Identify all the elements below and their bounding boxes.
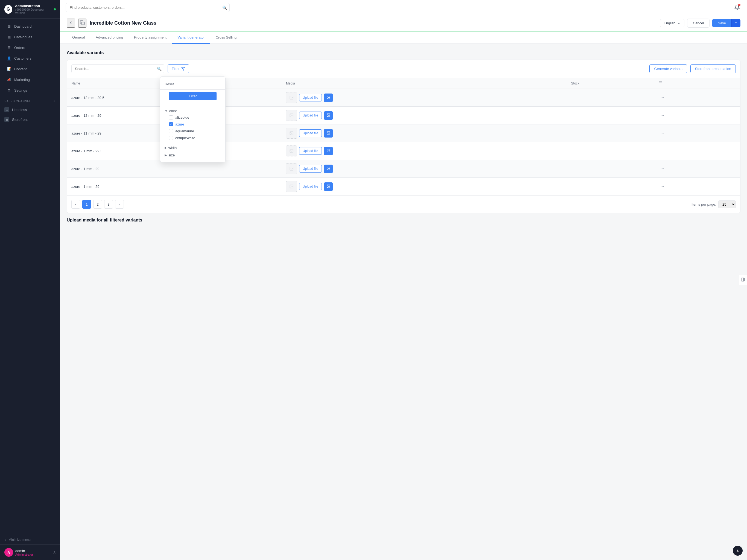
filter-icon	[181, 67, 185, 71]
upload-file-button[interactable]: Upload file	[299, 129, 322, 137]
page-button-1[interactable]: 1	[82, 200, 91, 209]
svg-point-26	[328, 168, 328, 168]
aliceblue-checkbox[interactable]	[169, 116, 173, 120]
filter-button[interactable]: Filter	[168, 64, 189, 73]
media-library-button[interactable]	[324, 94, 333, 102]
user-info: admin Administrator	[15, 549, 33, 556]
sidebar-item-catalogues[interactable]: Catalogues	[2, 32, 58, 42]
topbar: 🔍	[60, 0, 747, 15]
row-menu-button[interactable]: ···	[659, 183, 666, 190]
media-library-button[interactable]	[324, 164, 333, 173]
media-library-button[interactable]	[324, 129, 333, 137]
page-button-3[interactable]: 3	[104, 200, 113, 209]
row-menu-button[interactable]: ···	[659, 130, 666, 136]
width-group-header[interactable]: ▶ width	[164, 145, 221, 151]
sidebar-item-label: Content	[14, 67, 27, 71]
user-menu-toggle[interactable]: ∧	[53, 550, 56, 555]
collapse-icon: ▼	[164, 109, 168, 113]
right-sidebar-toggle[interactable]	[739, 275, 747, 285]
svg-point-8	[291, 97, 291, 97]
minimize-menu-button[interactable]: ○ Minimize menu	[0, 535, 60, 544]
tab-general[interactable]: General	[67, 31, 90, 44]
variants-search-input[interactable]	[71, 64, 164, 73]
upload-file-button[interactable]: Upload file	[299, 183, 322, 190]
pagination-next[interactable]: ›	[115, 200, 124, 209]
col-stock: Stock	[567, 78, 654, 89]
sidebar-item-storefront[interactable]: ▦ Storefront	[0, 114, 60, 124]
row-menu-button[interactable]: ···	[659, 165, 666, 172]
filter-option-azure[interactable]: ✓ azure	[164, 121, 221, 128]
tab-advanced-pricing[interactable]: Advanced pricing	[90, 31, 129, 44]
sidebar-item-dashboard[interactable]: Dashboard	[2, 21, 58, 31]
row-menu-button[interactable]: ···	[659, 112, 666, 119]
catalogue-icon	[6, 34, 11, 40]
variants-section-title: Available variants	[67, 50, 741, 55]
add-channel-icon[interactable]: ＋	[53, 99, 56, 103]
azure-checkbox[interactable]: ✓	[169, 122, 173, 126]
sidebar-item-settings[interactable]: Settings	[2, 85, 58, 96]
variant-menu: ···	[654, 160, 741, 178]
sidebar-item-headless[interactable]: ⬡ Headless	[0, 105, 60, 114]
save-dropdown-button[interactable]	[731, 19, 741, 27]
row-menu-button[interactable]: ···	[659, 94, 666, 101]
upload-file-button[interactable]: Upload file	[299, 165, 322, 173]
azure-label: azure	[175, 122, 184, 126]
row-menu-button[interactable]: ···	[659, 147, 666, 154]
copy-button[interactable]	[78, 19, 86, 28]
filter-option-aquamarine[interactable]: aquamarine	[164, 128, 221, 134]
variant-name: azure - 1 mm - 29	[67, 178, 282, 196]
items-per-page: Items per page: 25 50 100	[692, 200, 736, 208]
upload-file-button[interactable]: Upload file	[299, 111, 322, 119]
variant-media: Upload file	[282, 89, 567, 107]
app-name: Administration	[15, 4, 51, 8]
tab-cross-selling[interactable]: Cross Selling	[210, 31, 242, 44]
sidebar-item-content[interactable]: Content	[2, 64, 58, 74]
filter-label: Filter	[172, 67, 180, 71]
variant-media: Upload file	[282, 160, 567, 178]
col-media: Media	[282, 78, 567, 89]
tab-variant-generator[interactable]: Variant generator	[172, 31, 210, 44]
filter-apply-button[interactable]: Filter	[169, 92, 216, 100]
color-group-header[interactable]: ▼ color	[164, 108, 221, 114]
tab-property-assignment[interactable]: Property assignment	[129, 31, 172, 44]
variant-stock	[567, 142, 654, 160]
app-logo: G	[4, 5, 12, 14]
filter-group-color: ▼ color aliceblue ✓ azure	[160, 105, 225, 144]
sidebar-item-marketing[interactable]: Marketing	[2, 74, 58, 85]
pagination-prev[interactable]: ‹	[71, 200, 80, 209]
aquamarine-checkbox[interactable]	[169, 129, 173, 133]
search-input[interactable]	[66, 3, 230, 12]
sidebar-item-customers[interactable]: Customers	[2, 53, 58, 63]
media-library-button[interactable]	[324, 111, 333, 120]
antiquewhite-checkbox[interactable]	[169, 136, 173, 140]
upload-file-button[interactable]: Upload file	[299, 147, 322, 155]
page-button-2[interactable]: 2	[93, 200, 102, 209]
save-button[interactable]: Save	[712, 19, 731, 27]
aquamarine-label: aquamarine	[175, 129, 194, 133]
headless-icon-shape: ⬡	[6, 108, 8, 111]
save-button-group: Save	[712, 19, 741, 27]
table-row: azure - 1 mm - 29 Upload file	[67, 178, 740, 196]
media-library-button[interactable]	[324, 182, 333, 191]
generate-variants-button[interactable]: Generate variants	[649, 64, 687, 73]
media-library-button[interactable]	[324, 147, 333, 155]
language-select[interactable]: English	[660, 19, 685, 27]
filter-reset-button[interactable]: Reset	[164, 82, 174, 86]
size-group-header[interactable]: ▶ size	[164, 152, 221, 158]
filter-dropdown: Reset Filter ▼ color aliceblue	[160, 76, 226, 162]
notification-button[interactable]	[733, 3, 742, 12]
per-page-select[interactable]: 25 50 100	[718, 200, 736, 208]
filter-option-aliceblue[interactable]: aliceblue	[164, 114, 221, 121]
back-button[interactable]	[67, 19, 75, 28]
storefront-presentation-button[interactable]: Storefront presentation	[690, 64, 736, 73]
headless-channel-icon: ⬡	[4, 107, 9, 112]
upload-file-button[interactable]: Upload file	[299, 94, 322, 101]
sidebar-item-orders[interactable]: Orders	[2, 42, 58, 53]
cancel-button[interactable]: Cancel	[687, 19, 710, 28]
svg-rect-0	[741, 278, 745, 281]
variant-stock	[567, 160, 654, 178]
filter-option-antiquewhite[interactable]: antiquewhite	[164, 134, 221, 142]
symfony-badge[interactable]: S	[733, 546, 743, 556]
svg-point-10	[328, 97, 328, 97]
svg-rect-2	[82, 22, 84, 25]
